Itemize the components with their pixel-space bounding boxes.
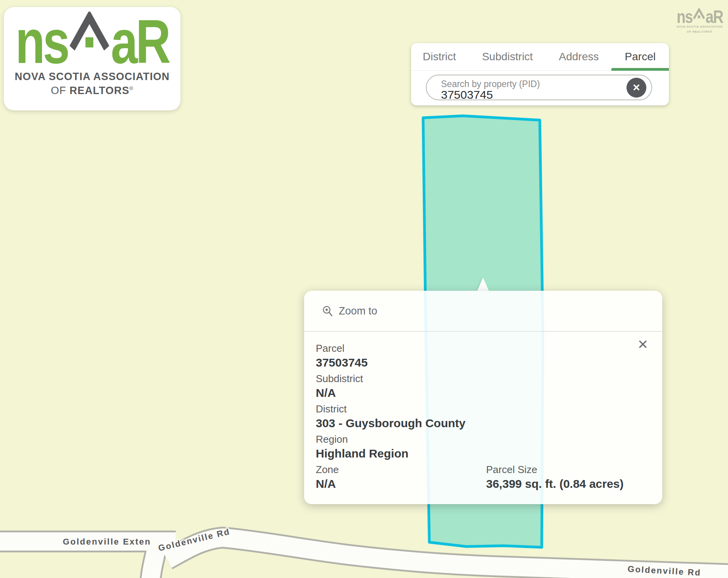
pid-search-box: Search by property (PID) ✕ <box>426 75 652 100</box>
field-district: District 303 - Guysborough County <box>316 402 651 431</box>
popup-pointer-notch <box>477 278 489 291</box>
tab-parcel[interactable]: Parcel <box>625 51 656 63</box>
zoom-to-label: Zoom to <box>339 305 377 317</box>
field-subdistrict: Subdistrict N/A <box>316 372 651 401</box>
watermark-roof-icon <box>693 8 705 19</box>
logo-letters-right: aR <box>111 19 169 64</box>
search-panel: District Subdistrict Address Parcel Sear… <box>411 43 669 105</box>
road-label: Goldenville Exten <box>63 537 151 547</box>
nsar-logo: ns aR <box>16 17 169 64</box>
tab-address[interactable]: Address <box>559 51 599 63</box>
search-input-label: Search by property (PID) <box>441 79 540 89</box>
field-label: Subdistrict <box>316 372 651 385</box>
field-label: Parcel <box>316 342 651 355</box>
field-value: Highland Region <box>316 446 651 461</box>
field-value: 36,399 sq. ft. (0.84 acres) <box>486 476 624 492</box>
field-region: Region Highland Region <box>316 433 651 461</box>
field-label: District <box>316 402 651 416</box>
field-label: Region <box>316 433 651 446</box>
field-value: 37503745 <box>316 355 651 370</box>
search-tabs: District Subdistrict Address Parcel <box>411 43 669 71</box>
nsar-logo-card: ns aR NOVA SCOTIA ASSOCIATION OF REALTOR… <box>4 7 180 110</box>
logo-letters-left: ns <box>16 19 68 64</box>
watermark-letters-right: aR <box>705 10 723 23</box>
zoom-to-button[interactable]: Zoom to <box>304 291 662 332</box>
field-label: Parcel Size <box>486 463 624 476</box>
tab-district[interactable]: District <box>423 51 456 63</box>
house-roof-icon <box>70 12 109 51</box>
active-tab-underline <box>611 68 669 71</box>
parcel-details: Parcel 37503745 Subdistrict N/A District… <box>304 332 662 492</box>
field-value: 303 - Guysborough County <box>316 416 651 431</box>
tab-subdistrict[interactable]: Subdistrict <box>482 51 533 63</box>
map-app: { "branding": { "word_left": "ns", "word… <box>0 0 728 578</box>
search-input[interactable] <box>441 88 604 101</box>
watermark-line2: OF REALTORS® <box>687 30 712 33</box>
field-parcel: Parcel 37503745 <box>316 342 651 370</box>
parcel-info-popup: Zoom to ✕ Parcel 37503745 Subdistrict N/… <box>304 291 662 504</box>
field-value: N/A <box>316 385 651 401</box>
field-parcel-size: Parcel Size 36,399 sq. ft. (0.84 acres) <box>486 463 624 492</box>
zoom-to-icon <box>322 305 334 317</box>
nsar-watermark-logo: ns aR NOVA SCOTIA ASSOCIATION OF REALTOR… <box>673 9 726 33</box>
clear-search-button[interactable]: ✕ <box>626 78 646 98</box>
association-name-line2: OF REALTORS® <box>51 85 134 97</box>
watermark-letters-left: ns <box>676 10 692 23</box>
